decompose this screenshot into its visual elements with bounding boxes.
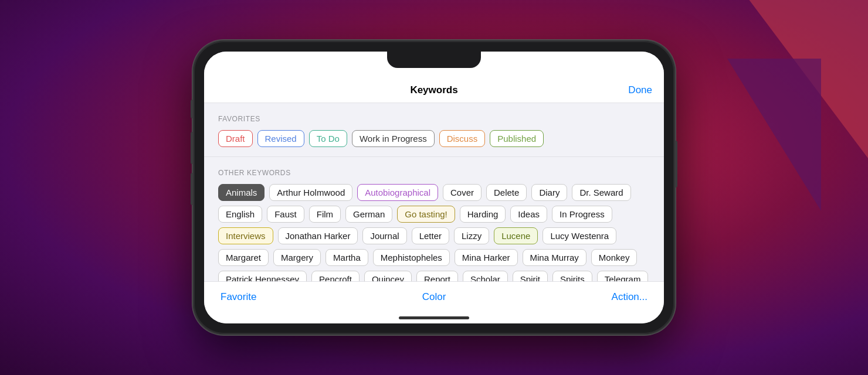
tag-in-progress[interactable]: In Progress xyxy=(552,206,612,223)
tag-faust[interactable]: Faust xyxy=(267,206,304,223)
home-bar xyxy=(399,316,469,319)
volume-down-button xyxy=(191,173,194,205)
tag-patrick-hennessey[interactable]: Patrick Hennessey xyxy=(218,271,307,281)
tag-autobiographical[interactable]: Autobiographical xyxy=(357,184,438,201)
action-button[interactable]: Action... xyxy=(612,291,647,303)
tag-margery[interactable]: Margery xyxy=(273,249,321,266)
tag-interviews[interactable]: Interviews xyxy=(218,227,273,244)
other-keywords-section: OTHER KEYWORDS Animals Arthur Holmwood A… xyxy=(204,157,664,281)
tag-harding[interactable]: Harding xyxy=(460,206,506,223)
tag-scholar[interactable]: Scholar xyxy=(463,271,508,281)
mute-button xyxy=(191,100,194,118)
favorites-label: FAVORITES xyxy=(218,115,650,123)
keywords-content[interactable]: FAVORITES Draft Revised To Do Work in Pr… xyxy=(204,103,664,281)
page-title: Keywords xyxy=(410,84,457,96)
tag-jonathan-harker[interactable]: Jonathan Harker xyxy=(278,227,358,244)
other-keywords-label: OTHER KEYWORDS xyxy=(218,169,650,177)
volume-up-button xyxy=(191,132,194,164)
tag-lizzy[interactable]: Lizzy xyxy=(454,227,489,244)
tag-english[interactable]: English xyxy=(218,206,262,223)
notch xyxy=(387,52,481,68)
tag-cover[interactable]: Cover xyxy=(443,184,482,201)
tag-wip[interactable]: Work in Progress xyxy=(352,130,435,147)
phone-shell: Keywords Done FAVORITES Draft Revised To… xyxy=(194,41,674,334)
tag-letter[interactable]: Letter xyxy=(412,227,449,244)
tag-lucene[interactable]: Lucene xyxy=(494,227,538,244)
tag-mina-harker[interactable]: Mina Harker xyxy=(455,249,518,266)
favorites-section: FAVORITES Draft Revised To Do Work in Pr… xyxy=(204,103,664,156)
tag-spirits[interactable]: Spirits xyxy=(552,271,592,281)
done-button[interactable]: Done xyxy=(628,84,652,96)
tag-revised[interactable]: Revised xyxy=(257,130,304,147)
other-keywords-tags: Animals Arthur Holmwood Autobiographical… xyxy=(218,184,650,281)
tag-animals[interactable]: Animals xyxy=(218,184,265,201)
tag-todo[interactable]: To Do xyxy=(309,130,347,147)
favorites-tags: Draft Revised To Do Work in Progress Dis… xyxy=(218,130,650,147)
power-button xyxy=(674,141,677,188)
tag-draft[interactable]: Draft xyxy=(218,130,253,147)
tag-quincey[interactable]: Quincey xyxy=(364,271,412,281)
tag-published[interactable]: Published xyxy=(490,130,544,147)
tag-report[interactable]: Report xyxy=(416,271,458,281)
tag-pencroft[interactable]: Pencroft xyxy=(311,271,360,281)
tag-german[interactable]: German xyxy=(345,206,392,223)
color-button[interactable]: Color xyxy=(422,291,446,303)
tag-film[interactable]: Film xyxy=(309,206,341,223)
tag-margaret[interactable]: Margaret xyxy=(218,249,269,266)
tag-delete[interactable]: Delete xyxy=(486,184,527,201)
bottom-toolbar: Favorite Color Action... xyxy=(204,281,664,312)
header: Keywords Done xyxy=(204,77,664,103)
tag-ideas[interactable]: Ideas xyxy=(510,206,547,223)
tag-lucy-westenra[interactable]: Lucy Westenra xyxy=(542,227,616,244)
tag-go-tasting[interactable]: Go tasting! xyxy=(397,206,455,223)
home-indicator xyxy=(204,312,664,323)
tag-spirit[interactable]: Spirit xyxy=(513,271,548,281)
favorite-button[interactable]: Favorite xyxy=(221,291,256,303)
tag-mephistopheles[interactable]: Mephistopheles xyxy=(373,249,450,266)
tag-journal[interactable]: Journal xyxy=(362,227,406,244)
tag-martha[interactable]: Martha xyxy=(326,249,368,266)
tag-arthur-holmwood[interactable]: Arthur Holmwood xyxy=(269,184,352,201)
tag-telegram[interactable]: Telegram xyxy=(597,271,649,281)
background-decoration xyxy=(692,0,868,375)
tag-mina-murray[interactable]: Mina Murray xyxy=(523,249,586,266)
screen: Keywords Done FAVORITES Draft Revised To… xyxy=(204,52,664,323)
tag-monkey[interactable]: Monkey xyxy=(591,249,638,266)
tag-discuss[interactable]: Discuss xyxy=(439,130,486,147)
tag-diary[interactable]: Diary xyxy=(531,184,567,201)
tag-dr-seward[interactable]: Dr. Seward xyxy=(572,184,630,201)
